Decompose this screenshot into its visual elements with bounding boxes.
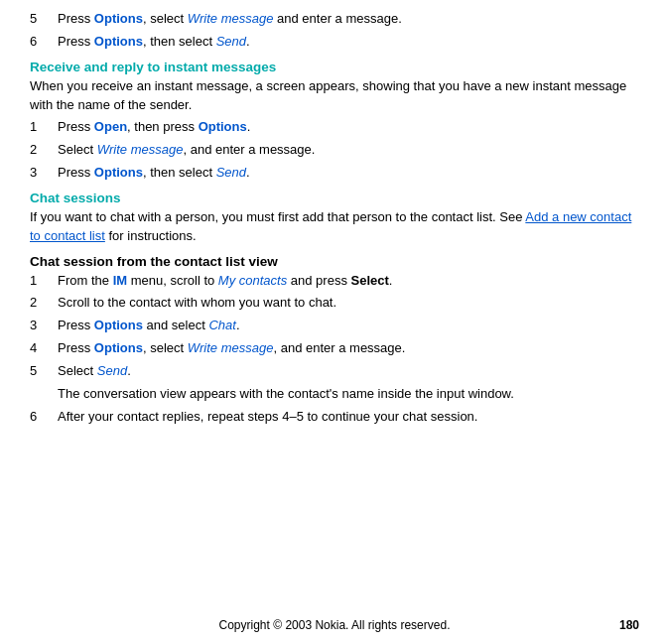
step6-send-kw: Send — [216, 34, 246, 49]
r3-send-kw: Send — [216, 165, 246, 180]
chat-step-4-num: 4 — [30, 339, 58, 358]
receive-step-1: 1 Press Open, then press Options. — [30, 118, 639, 137]
receive-step-3-content: Press Options, then select Send. — [58, 164, 639, 183]
c4-options-kw: Options — [94, 340, 143, 355]
page: 5 Press Options, select Write message an… — [0, 0, 669, 644]
chat-step-1-num: 1 — [30, 272, 58, 291]
chat-step-1-content: From the IM menu, scroll to My contacts … — [58, 272, 639, 291]
receive-step-3-num: 3 — [30, 164, 58, 183]
chat-section-title: Chat sessions — [30, 191, 639, 205]
c3-options-kw: Options — [94, 318, 143, 332]
chat-step-1: 1 From the IM menu, scroll to My contact… — [30, 272, 639, 291]
chat-step-5: 5 Select Send. — [30, 362, 639, 381]
c1-select-kw: Select — [351, 273, 389, 288]
step6-options-kw: Options — [94, 34, 143, 49]
receive-step-1-num: 1 — [30, 118, 58, 137]
chat-step-3-num: 3 — [30, 317, 58, 335]
step5-write-kw: Write message — [188, 11, 274, 26]
c4-write-kw: Write message — [188, 340, 274, 355]
chat-step-6-content: After your contact replies, repeat steps… — [58, 408, 639, 427]
receive-step-2-num: 2 — [30, 141, 58, 160]
add-contact-link[interactable]: Add a new contact to contact list — [30, 209, 631, 243]
c1-mycontacts-kw: My contacts — [218, 273, 287, 288]
step-6-content: Press Options, then select Send. — [58, 33, 639, 52]
chat-step-2: 2 Scroll to the contact with whom you wa… — [30, 294, 639, 313]
chat-step-6-num: 6 — [30, 408, 58, 427]
receive-body: When you receive an instant message, a s… — [30, 77, 639, 115]
footer-page-number: 180 — [619, 618, 639, 632]
step-5-num: 5 — [30, 10, 58, 29]
step5-options-kw: Options — [94, 11, 143, 26]
r1-open-kw: Open — [94, 119, 127, 134]
receive-step-1-content: Press Open, then press Options. — [58, 118, 639, 137]
footer-copyright: Copyright © 2003 Nokia. All rights reser… — [0, 618, 669, 632]
chat-view-title: Chat session from the contact list view — [30, 254, 639, 269]
r1-options-kw: Options — [199, 119, 247, 134]
step-6-item: 6 Press Options, then select Send. — [30, 33, 639, 52]
receive-step-3: 3 Press Options, then select Send. — [30, 164, 639, 183]
chat-step-2-num: 2 — [30, 294, 58, 313]
chat-step-3: 3 Press Options and select Chat. — [30, 317, 639, 335]
chat-step-2-content: Scroll to the contact with whom you want… — [58, 294, 639, 313]
receive-step-2-content: Select Write message, and enter a messag… — [58, 141, 639, 160]
receive-step-2: 2 Select Write message, and enter a mess… — [30, 141, 639, 160]
chat-body: If you want to chat with a person, you m… — [30, 208, 639, 246]
c1-im-kw: IM — [113, 273, 127, 288]
chat-step-6: 6 After your contact replies, repeat ste… — [30, 408, 639, 427]
c5-send-kw: Send — [97, 363, 127, 378]
chat-step-5-num: 5 — [30, 362, 58, 381]
conversation-view-para: The conversation view appears with the c… — [58, 385, 639, 404]
r2-write-kw: Write message — [97, 142, 184, 157]
chat-step-3-content: Press Options and select Chat. — [58, 317, 639, 335]
step-5-item: 5 Press Options, select Write message an… — [30, 10, 639, 29]
r3-options-kw: Options — [94, 165, 143, 180]
chat-step-5-content: Select Send. — [58, 362, 639, 381]
c3-chat-kw: Chat — [208, 318, 235, 332]
step-6-num: 6 — [30, 33, 58, 52]
chat-step-4-content: Press Options, select Write message, and… — [58, 339, 639, 358]
chat-step-4: 4 Press Options, select Write message, a… — [30, 339, 639, 358]
step-5-content: Press Options, select Write message and … — [58, 10, 639, 29]
receive-section-title: Receive and reply to instant messages — [30, 60, 639, 74]
